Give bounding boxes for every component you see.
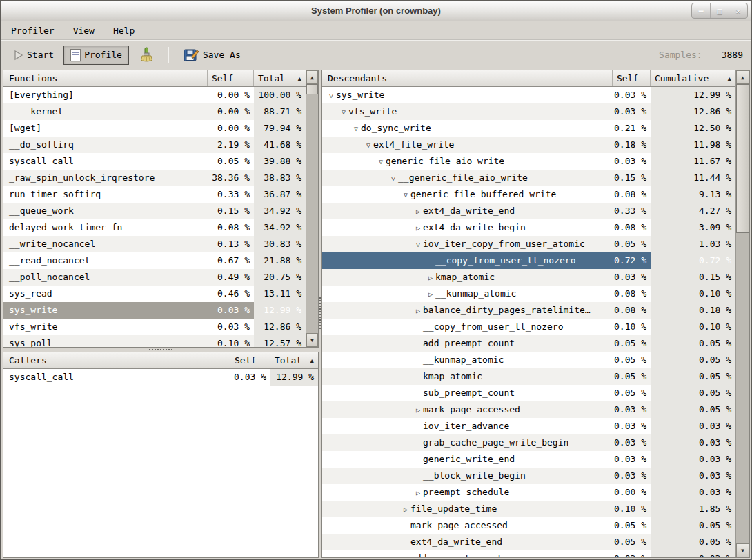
tree-row[interactable]: ▷kmap_atomic0.03 %0.15 %	[322, 269, 735, 286]
table-row[interactable]: __write_nocancel0.13 %30.83 %	[3, 236, 306, 252]
functions-scrollbar[interactable]: ▲ ▼	[306, 70, 318, 347]
callers-total-column-header[interactable]: Total▲	[270, 352, 318, 368]
minimize-button[interactable]: –	[692, 3, 710, 18]
table-row[interactable]: [Everything]0.00 %100.00 %	[3, 87, 306, 103]
start-button[interactable]: Start	[6, 46, 61, 64]
tree-row[interactable]: sub_preempt_count0.05 %0.05 %	[322, 385, 735, 401]
tree-row[interactable]: ▽generic_file_buffered_write0.08 %9.13 %	[322, 186, 735, 203]
expander-closed-icon[interactable]: ▷	[426, 270, 435, 286]
tree-row[interactable]: __copy_from_user_ll_nozero0.72 %0.72 %	[322, 252, 735, 269]
table-row[interactable]: run_timer_softirq0.33 %36.87 %	[3, 186, 306, 203]
table-row[interactable]: vfs_write0.03 %12.86 %	[3, 319, 306, 335]
tree-row[interactable]: ▽ext4_file_write0.18 %11.98 %	[322, 137, 735, 153]
scroll-up-icon[interactable]: ▲	[736, 70, 749, 84]
scroll-up-icon[interactable]: ▲	[306, 70, 318, 84]
cumulative-percent: 0.03 %	[651, 451, 735, 468]
tree-row[interactable]: iov_iter_advance0.03 %0.03 %	[322, 418, 735, 434]
descendants-cumulative-column-header[interactable]: Cumulative▲	[651, 70, 735, 86]
table-row[interactable]: syscall_call0.03 %12.99 %	[3, 369, 318, 386]
tree-row[interactable]: ▽__generic_file_aio_write0.15 %11.44 %	[322, 170, 735, 186]
expander-open-icon[interactable]: ▽	[351, 121, 361, 137]
expander-closed-icon[interactable]: ▷	[426, 286, 435, 302]
table-row[interactable]: - - kernel - -0.00 %88.71 %	[3, 103, 306, 120]
tree-row[interactable]: ▽iov_iter_copy_from_user_atomic0.05 %1.0…	[322, 236, 735, 252]
tree-row[interactable]: ▷preempt_schedule0.00 %0.03 %	[322, 484, 735, 501]
start-button-label: Start	[27, 50, 54, 60]
tree-row[interactable]: generic_write_end0.03 %0.03 %	[322, 451, 735, 468]
table-row[interactable]: __read_nocancel0.67 %21.88 %	[3, 252, 306, 269]
expander-closed-icon[interactable]: ▷	[413, 220, 423, 236]
tree-row[interactable]: __kunmap_atomic0.05 %0.05 %	[322, 352, 735, 368]
tree-row[interactable]: ext4_da_write_end0.05 %0.05 %	[322, 534, 735, 550]
function-name: add_preempt_count	[322, 550, 613, 557]
functions-scrollbar-thumb[interactable]	[306, 84, 318, 94]
expander-open-icon[interactable]: ▽	[364, 137, 373, 153]
table-row[interactable]: sys_read0.46 %13.11 %	[3, 286, 306, 302]
tree-row[interactable]: __copy_from_user_ll_nozero0.10 %0.10 %	[322, 319, 735, 335]
descendants-scrollbar-thumb[interactable]	[736, 84, 749, 233]
tree-row[interactable]: ▷ext4_da_write_begin0.08 %3.09 %	[322, 219, 735, 236]
table-row[interactable]: sys_write0.03 %12.99 %	[3, 302, 306, 319]
tree-row[interactable]: __block_write_begin0.03 %0.03 %	[322, 468, 735, 484]
tree-row[interactable]: ▷file_update_time0.10 %1.85 %	[322, 501, 735, 517]
total-percent: 21.88 %	[254, 252, 306, 269]
tree-row[interactable]: grab_cache_page_write_begin0.03 %0.03 %	[322, 434, 735, 451]
expander-open-icon[interactable]: ▽	[388, 170, 398, 186]
scroll-down-icon[interactable]: ▼	[736, 543, 749, 557]
tree-indent	[326, 544, 401, 545]
expander-open-icon[interactable]: ▽	[339, 104, 348, 120]
tree-indent	[326, 147, 364, 148]
expander-closed-icon[interactable]: ▷	[413, 203, 423, 219]
close-button[interactable]: ✕	[729, 3, 747, 18]
titlebar[interactable]: System Profiler (on crownbay) – □ ✕	[1, 1, 751, 21]
functions-self-column-header[interactable]: Self	[208, 70, 254, 86]
maximize-button[interactable]: □	[710, 3, 729, 18]
expander-closed-icon[interactable]: ▷	[413, 402, 423, 418]
tree-row[interactable]: kmap_atomic0.05 %0.05 %	[322, 368, 735, 385]
functions-total-column-header[interactable]: Total▲	[254, 70, 306, 86]
table-row[interactable]: delayed_work_timer_fn0.08 %34.92 %	[3, 219, 306, 236]
callers-self-column-header[interactable]: Self	[230, 352, 270, 368]
tree-row[interactable]: ▷balance_dirty_pages_ratelimite…0.08 %0.…	[322, 302, 735, 319]
expander-open-icon[interactable]: ▽	[413, 237, 423, 252]
expander-closed-icon[interactable]: ▷	[401, 501, 410, 517]
expander-open-icon[interactable]: ▽	[401, 187, 410, 203]
descendants-scrollbar[interactable]: ▲ ▼	[735, 70, 749, 557]
table-row[interactable]: sys_poll0.10 %12.57 %	[3, 335, 306, 347]
table-row[interactable]: __do_softirq2.19 %41.68 %	[3, 137, 306, 153]
tree-indent	[326, 163, 376, 164]
tree-row[interactable]: add_preempt_count0.05 %0.05 %	[322, 335, 735, 352]
self-percent: 0.05 %	[613, 385, 651, 401]
tree-indent	[326, 180, 388, 181]
menu-profiler[interactable]: Profiler	[10, 25, 56, 37]
descendants-self-column-header[interactable]: Self	[613, 70, 651, 86]
expander-closed-icon[interactable]: ▷	[413, 303, 423, 319]
functions-column-header[interactable]: Functions	[3, 70, 208, 86]
tree-row[interactable]: add_preempt_count0.03 %0.03 %	[322, 550, 735, 557]
save-as-button[interactable]: Save As	[177, 44, 248, 66]
profile-button[interactable]: Profile	[63, 46, 129, 65]
tree-row[interactable]: ▽generic_file_aio_write0.03 %11.67 %	[322, 153, 735, 170]
table-row[interactable]: [wget]0.00 %79.94 %	[3, 120, 306, 137]
tree-row[interactable]: ▽sys_write0.03 %12.99 %	[322, 87, 735, 103]
window-controls: – □ ✕	[691, 3, 748, 19]
menu-view[interactable]: View	[72, 25, 96, 37]
table-row[interactable]: __poll_nocancel0.49 %20.75 %	[3, 269, 306, 286]
callers-column-header[interactable]: Callers	[3, 352, 230, 368]
descendants-column-header[interactable]: Descendants	[322, 70, 613, 86]
tree-row[interactable]: mark_page_accessed0.05 %0.05 %	[322, 517, 735, 534]
expander-open-icon[interactable]: ▽	[376, 154, 386, 170]
reset-button[interactable]	[132, 43, 160, 67]
table-row[interactable]: syscall_call0.05 %39.88 %	[3, 153, 306, 170]
tree-row[interactable]: ▽vfs_write0.03 %12.86 %	[322, 103, 735, 120]
expander-closed-icon[interactable]: ▷	[413, 485, 423, 501]
table-row[interactable]: __queue_work0.15 %34.92 %	[3, 203, 306, 219]
tree-row[interactable]: ▽do_sync_write0.21 %12.50 %	[322, 120, 735, 137]
tree-row[interactable]: ▷__kunmap_atomic0.08 %0.10 %	[322, 286, 735, 302]
expander-open-icon[interactable]: ▽	[326, 88, 336, 103]
table-row[interactable]: _raw_spin_unlock_irqrestore38.36 %38.83 …	[3, 170, 306, 186]
menu-help[interactable]: Help	[112, 25, 136, 37]
tree-row[interactable]: ▷mark_page_accessed0.03 %0.05 %	[322, 401, 735, 418]
scroll-down-icon[interactable]: ▼	[306, 333, 318, 347]
tree-row[interactable]: ▷ext4_da_write_end0.33 %4.27 %	[322, 203, 735, 219]
